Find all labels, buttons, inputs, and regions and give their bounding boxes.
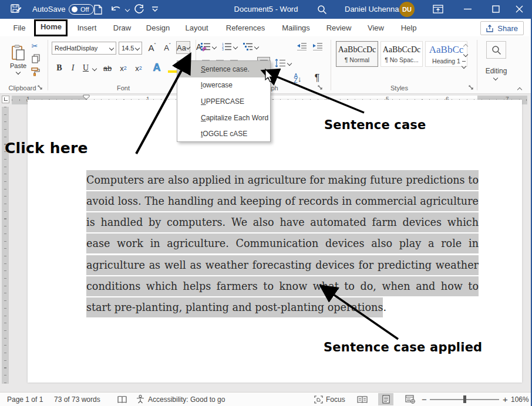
tab-review[interactable]: Review xyxy=(324,19,353,36)
tab-draw[interactable]: Draw xyxy=(110,19,134,36)
read-mode-button[interactable] xyxy=(357,395,368,404)
change-case-button[interactable]: Aa xyxy=(176,41,190,54)
numbering-icon[interactable]: 123 xyxy=(222,42,232,50)
numbering-dropdown-icon[interactable] xyxy=(233,45,238,49)
bold-button[interactable]: B xyxy=(54,62,65,74)
grow-font-button[interactable]: Aˆ xyxy=(146,41,159,54)
trailing-period[interactable]: . xyxy=(383,302,386,313)
tab-help[interactable]: Help xyxy=(398,19,419,36)
sort-button[interactable]: AZ ↓ xyxy=(291,73,305,84)
close-button[interactable] xyxy=(516,5,523,13)
styles-group-label: Styles xyxy=(364,84,435,92)
cut-icon[interactable]: ✂ xyxy=(29,41,40,50)
title-bar: AutoSave Off Document5 - Word Daniel Uch… xyxy=(0,0,532,19)
font-size-value: 14.5 xyxy=(122,45,134,52)
copy-icon[interactable] xyxy=(32,54,40,63)
highlight-color-icon[interactable] xyxy=(168,70,177,73)
word-window: AutoSave Off Document5 - Word Daniel Uch… xyxy=(0,0,532,406)
search-icon[interactable] xyxy=(317,5,327,15)
web-layout-button[interactable] xyxy=(405,395,415,404)
menu-item-capitalize-each-word[interactable]: Capitalize Each Word xyxy=(177,110,270,126)
line-spacing-dropdown-icon[interactable] xyxy=(287,61,292,66)
show-hide-pilcrow-button[interactable]: ¶ xyxy=(311,72,323,84)
style-no-spacing[interactable]: AaBbCcDc ¶ No Spac... xyxy=(381,41,423,67)
tab-mailings[interactable]: Mailings xyxy=(280,19,312,36)
minimize-button[interactable] xyxy=(464,8,472,10)
zoom-out-button[interactable]: − xyxy=(422,394,427,404)
font-name-dropdown-icon xyxy=(109,46,114,50)
menu-item-uppercase[interactable]: UPPERCASE xyxy=(177,93,270,110)
ribbon-display-options-icon[interactable] xyxy=(433,5,443,14)
editing-group-label[interactable]: Editing xyxy=(482,67,511,75)
paragraph-dialog-launcher-icon[interactable] xyxy=(318,85,324,91)
paste-button[interactable]: Paste xyxy=(6,40,31,79)
tab-selector[interactable] xyxy=(2,96,9,103)
increase-indent-icon[interactable] xyxy=(312,42,323,50)
styles-dialog-launcher-icon[interactable] xyxy=(469,85,474,91)
clipboard-dialog-launcher-icon[interactable] xyxy=(38,85,43,91)
italic-button[interactable]: I xyxy=(68,62,78,74)
word-count[interactable]: 73 of 73 words xyxy=(54,395,100,404)
collapse-ribbon-icon[interactable] xyxy=(517,87,522,92)
document-paragraph[interactable]: Computers are also applied in agricultur… xyxy=(86,170,479,319)
tab-file[interactable]: File xyxy=(8,19,31,36)
share-label: Share xyxy=(497,24,518,33)
menu-item-toggle-case[interactable]: tOGGLE cASE xyxy=(177,126,270,142)
proofing-icon[interactable] xyxy=(117,395,127,404)
paste-icon xyxy=(11,45,25,61)
subscript-button[interactable]: x2 xyxy=(117,62,129,74)
bullets-icon[interactable] xyxy=(201,42,211,50)
shrink-font-button[interactable]: Aˇ xyxy=(161,41,174,54)
line-spacing-icon[interactable] xyxy=(275,59,285,67)
zoom-in-button[interactable]: + xyxy=(503,394,508,404)
group-divider xyxy=(331,40,331,90)
multilevel-list-icon[interactable] xyxy=(243,42,253,50)
text-effects-button[interactable]: A xyxy=(150,61,163,74)
menu-item-lowercase[interactable]: lowercase xyxy=(177,77,270,94)
paste-label: Paste xyxy=(10,62,26,69)
avatar[interactable]: DU xyxy=(399,2,415,17)
find-icon xyxy=(491,45,501,55)
window-title: Document5 - Word xyxy=(0,5,532,13)
focus-label: Focus xyxy=(326,395,345,404)
editing-find-button[interactable] xyxy=(486,41,506,59)
sentence-case-annotation: Sentence case xyxy=(324,118,426,132)
tab-view[interactable]: View xyxy=(365,19,386,36)
tab-layout[interactable]: Layout xyxy=(183,19,210,36)
format-painter-icon[interactable] xyxy=(31,67,40,76)
bullets-dropdown-icon[interactable] xyxy=(212,45,217,49)
multilevel-dropdown-icon[interactable] xyxy=(254,45,259,49)
tab-design[interactable]: Design xyxy=(144,19,171,36)
style-normal[interactable]: AaBbCcDc ¶ Normal xyxy=(336,41,378,67)
accessibility-status[interactable]: Accessibility: Good to go xyxy=(148,395,225,404)
superscript-button[interactable]: x2 xyxy=(133,62,144,74)
menu-item-sentence-case[interactable]: Sentence case. xyxy=(177,61,270,77)
strikethrough-button[interactable]: ab xyxy=(101,62,114,74)
share-icon xyxy=(486,25,494,32)
decrease-indent-icon[interactable] xyxy=(297,42,307,50)
font-size-dropdown-icon xyxy=(135,46,140,50)
group-divider xyxy=(48,40,48,90)
styles-gallery-more-icon[interactable] xyxy=(462,61,466,69)
zoom-level[interactable]: 106% xyxy=(511,395,529,404)
selected-text[interactable]: Computers are also applied in agricultur… xyxy=(86,170,479,318)
font-name-combobox[interactable]: RedHatDisplay xyxy=(52,42,116,55)
clipboard-group-label: Clipboard xyxy=(0,84,58,92)
page-indicator[interactable]: Page 1 of 1 xyxy=(7,395,43,404)
focus-icon xyxy=(314,395,323,404)
svg-text:3: 3 xyxy=(222,48,224,50)
tab-references[interactable]: References xyxy=(224,19,267,36)
focus-button[interactable]: Focus xyxy=(314,395,345,404)
underline-button[interactable]: U xyxy=(81,62,90,74)
user-name[interactable]: Daniel Uchenna xyxy=(345,5,399,13)
font-size-combobox[interactable]: 14.5 xyxy=(119,42,142,55)
zoom-slider-thumb[interactable] xyxy=(463,395,466,403)
share-button[interactable]: Share xyxy=(480,21,524,35)
tab-insert[interactable]: Insert xyxy=(74,19,100,36)
accessibility-icon[interactable] xyxy=(136,395,144,404)
print-layout-button[interactable] xyxy=(378,393,393,405)
maximize-button[interactable] xyxy=(492,5,500,13)
style-heading1[interactable]: AaBbCc Heading 1 xyxy=(425,41,467,67)
editing-dropdown-icon[interactable] xyxy=(493,76,498,80)
underline-dropdown-icon[interactable] xyxy=(92,66,97,71)
